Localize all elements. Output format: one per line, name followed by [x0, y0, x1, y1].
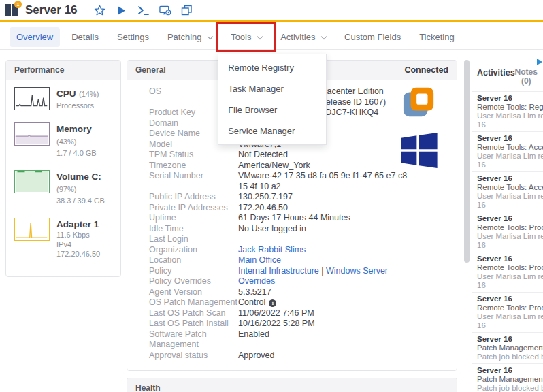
activity-action: Remote Tools: Process [477, 304, 543, 312]
activity-detail: User Marlisa Lim reque [477, 112, 543, 120]
value-text: Control [238, 297, 265, 307]
performance-item-memory[interactable]: Memory (43%) 1.7 / 4.0 GB [14, 122, 114, 158]
field-value: VMware-42 17 35 d8 fa 05 9e f1-47 65 e7 … [238, 171, 447, 192]
value-text: America/New_York [238, 161, 310, 170]
scrollbar-thumb[interactable] [464, 60, 470, 263]
field-value: 61 Days 17 Hours 44 Minutes [238, 213, 447, 224]
activity-item[interactable]: Server 16 Remote Tools: Process User Mar… [472, 252, 543, 292]
menu-item-task-manager[interactable]: Task Manager [218, 78, 326, 99]
field-label: Software Patch Management [149, 329, 238, 350]
activities-header: Activities Notes (0) [472, 57, 543, 91]
activity-device: Server 16 [477, 174, 543, 183]
general-row: Policy Overrides Overrides [127, 276, 457, 287]
activity-action: Remote Tools: Access [477, 183, 543, 192]
value-text: 130.250.7.197 [238, 192, 293, 201]
metric-percent: (43%) [56, 137, 76, 146]
activity-device: Server 16 [477, 214, 543, 223]
tab-custom-fields[interactable]: Custom Fields [338, 27, 408, 47]
panel-title: General [135, 61, 166, 80]
activity-item[interactable]: Server 16 Remote Tools: Registry User Ma… [472, 91, 543, 131]
tab-ticketing[interactable]: Ticketing [412, 27, 461, 47]
play-icon[interactable] [116, 4, 128, 16]
activity-action: Remote Tools: Process [477, 223, 543, 232]
performance-item-adapter-1[interactable]: Adapter 1 11.6 KbpsIPv4172.20.46.50 [14, 218, 114, 259]
field-label: Approval status [149, 350, 238, 361]
activity-item[interactable]: Server 16 Patch Management: Co Patch job… [472, 332, 543, 363]
activity-device: Server 16 [477, 335, 543, 344]
corner-indicator-icon [537, 59, 542, 65]
value-text: 172.20.46.50 [238, 203, 288, 212]
app-header: 1 Server 16 [0, 0, 543, 22]
terminal-icon[interactable] [137, 4, 150, 16]
field-label: Timezone [149, 161, 238, 172]
multi-window-icon[interactable] [181, 4, 193, 16]
activity-item[interactable]: Server 16 Patch Management: Co Patch job… [472, 363, 543, 392]
vertical-scrollbar [464, 60, 470, 392]
tab-details[interactable]: Details [65, 27, 105, 47]
general-row: OS Patch Management Controli [127, 297, 457, 308]
field-value: Overrides [238, 276, 447, 287]
menu-item-file-browser[interactable]: File Browser [218, 99, 326, 120]
activities-list: Server 16 Remote Tools: Registry User Ma… [472, 91, 543, 392]
link-windows-server[interactable]: Windows Server [326, 266, 388, 276]
metric-percent: (14%) [79, 90, 99, 98]
menu-item-service-manager[interactable]: Service Manager [218, 120, 326, 142]
activity-action: Patch Management: Co [477, 375, 543, 384]
tab-patching[interactable]: Patching [161, 27, 219, 47]
app-window: 1 Server 16 Overview Details Settings Pa… [0, 0, 543, 392]
activity-item[interactable]: Server 16 Remote Tools: Access User Marl… [472, 172, 543, 212]
link-overrides[interactable]: Overrides [238, 276, 275, 286]
metric-sub: 11.6 Kbps [56, 231, 100, 240]
value-text: Enabled [238, 329, 269, 339]
notes-count: (0) [515, 77, 538, 86]
tab-notes[interactable]: Notes (0) [515, 68, 543, 86]
activity-item[interactable]: Server 16 Remote Tools: Access User Marl… [472, 131, 543, 172]
activity-item[interactable]: Server 16 Remote Tools: Process User Mar… [472, 292, 543, 332]
value-text: 61 Days 17 Hours 44 Minutes [238, 213, 350, 223]
metric-percent: (97%) [56, 185, 76, 193]
info-icon[interactable]: i [269, 299, 276, 307]
general-row: Last OS Patch Install 10/16/2022 5:28 PM [127, 318, 457, 329]
activity-detail-wrap: 16 [477, 120, 543, 129]
general-row: Software Patch Management Enabled [127, 329, 457, 350]
activity-device: Server 16 [477, 295, 543, 304]
activity-device: Server 16 [477, 94, 543, 103]
field-label: OS Patch Management [149, 297, 238, 308]
page-title: Server 16 [25, 3, 78, 17]
tab-activities[interactable]: Activities [274, 27, 333, 47]
performance-item-volume-c-[interactable]: Volume C: (97%) 38.3 / 39.4 GB [14, 170, 114, 206]
field-value: No User logged in [238, 224, 447, 235]
tab-overview[interactable]: Overview [10, 27, 60, 47]
field-value: Approved [238, 350, 447, 361]
connection-status-badge: Connected [404, 61, 448, 80]
link-main-office[interactable]: Main Office [238, 255, 281, 265]
value-text: Not Detected [238, 150, 288, 159]
tab-label: Patching [167, 32, 202, 42]
field-value: Main Office [238, 255, 447, 266]
tab-settings[interactable]: Settings [110, 27, 156, 47]
link-jack-rabbit-slims[interactable]: Jack Rabbit Slims [238, 245, 306, 255]
activity-detail-wrap: 16 [477, 201, 543, 210]
activities-panel: Activities Notes (0) Server 16 Remote To… [472, 57, 543, 392]
tab-activities[interactable]: Activities [477, 68, 515, 78]
health-panel: Health [127, 378, 457, 392]
link-internal-infrastructure[interactable]: Internal Infrastructure [238, 266, 319, 276]
activity-detail: User Marlisa Lim reque [477, 232, 543, 241]
activity-action: Remote Tools: Process [477, 263, 543, 272]
activity-detail-wrap: 16 [477, 241, 543, 250]
value-text: 15 4f 10 a2 [238, 182, 281, 191]
field-label: Location [149, 255, 238, 266]
menu-item-remote-registry[interactable]: Remote Registry [218, 57, 326, 78]
tab-tools[interactable]: Tools Remote RegistryTask ManagerFile Br… [224, 27, 269, 47]
field-label: Policy [149, 266, 238, 277]
general-row: Idle Time No User logged in [127, 224, 457, 235]
star-icon[interactable] [94, 4, 106, 16]
performance-item-cpu[interactable]: CPU (14%) Processors [14, 87, 114, 110]
activity-detail: Patch job blocked by M [477, 353, 543, 361]
mini-chart-icon [14, 170, 50, 193]
health-panel-header: Health [127, 378, 457, 392]
remote-desktop-icon[interactable] [159, 4, 171, 16]
value-text: 11/06/2022 7:46 PM [238, 308, 314, 318]
general-row: Uptime 61 Days 17 Hours 44 Minutes [127, 213, 457, 224]
activity-item[interactable]: Server 16 Remote Tools: Process User Mar… [472, 212, 543, 252]
